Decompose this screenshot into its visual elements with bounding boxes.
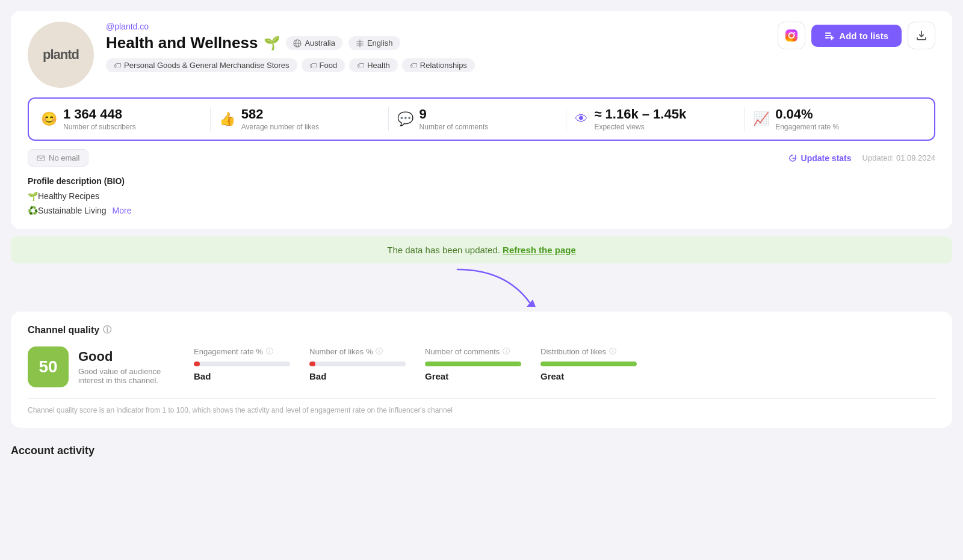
- refresh-message: The data has been updated.: [387, 245, 500, 255]
- score-block: 50 Good Good value of audience interest …: [28, 346, 175, 387]
- comments-label: Number of comments: [420, 123, 489, 131]
- likes-icon: 👍: [219, 111, 235, 127]
- updated-label: Updated: 01.09.2024: [862, 153, 935, 162]
- metric-bar-fill: [194, 362, 200, 366]
- quality-card: Channel quality ⓘ 50 Good Good value of …: [11, 312, 952, 428]
- instagram-button[interactable]: [778, 22, 805, 49]
- metric-value-comments: Great: [425, 371, 521, 381]
- tag-label: Health: [367, 61, 390, 70]
- avatar: plantd: [28, 22, 94, 88]
- profile-card: Add to lists plantd @plantd.co Health an…: [11, 11, 952, 229]
- page-wrapper: Add to lists plantd @plantd.co Health an…: [0, 11, 963, 457]
- metric-distribution: Distribution of likes ⓘ Great: [540, 346, 637, 381]
- tag-food: 🏷 Food: [302, 58, 345, 72]
- add-to-lists-button[interactable]: Add to lists: [811, 25, 902, 47]
- metric-likes-pct: Number of likes % ⓘ Bad: [309, 346, 406, 381]
- metric-bar-fill: [425, 362, 521, 366]
- metric-bar-distribution: [540, 362, 637, 366]
- subscribers-icon: 😊: [41, 111, 57, 127]
- metric-label-likes: Number of likes % ⓘ: [309, 346, 406, 357]
- arrow-svg: [433, 263, 554, 312]
- account-activity-section: Account activity: [11, 438, 952, 457]
- language-badge: English: [348, 36, 400, 50]
- likes-value: 582: [241, 107, 319, 122]
- metric-bar-engagement: [194, 362, 290, 366]
- quality-body: 50 Good Good value of audience interest …: [28, 346, 935, 387]
- svg-rect-5: [825, 37, 829, 38]
- metric-label-engagement: Engagement rate % ⓘ: [194, 346, 290, 357]
- no-email-label: No email: [49, 153, 79, 162]
- stat-subscribers: 😊 1 364 448 Number of subscribers: [41, 107, 211, 131]
- tag-icon: 🏷: [410, 61, 417, 70]
- score-badge: 50: [28, 346, 69, 387]
- language-label: English: [367, 38, 393, 48]
- svg-rect-4: [825, 35, 831, 36]
- metric-label-text: Number of comments: [425, 347, 500, 356]
- views-value: ≈ 1.16k – 1.45k: [594, 107, 686, 122]
- comments-value: 9: [420, 107, 489, 122]
- add-to-lists-label: Add to lists: [839, 31, 888, 41]
- subscribers-value: 1 364 448: [63, 107, 136, 122]
- stat-comments: 💬 9 Number of comments: [389, 107, 567, 131]
- bio-more-link[interactable]: More: [113, 206, 132, 215]
- metric-value-likes: Bad: [309, 371, 406, 381]
- quality-metrics: Engagement rate % ⓘ Bad Number of likes …: [194, 346, 935, 381]
- download-button[interactable]: [908, 22, 935, 49]
- metric-label-text: Engagement rate %: [194, 347, 263, 356]
- top-actions: Add to lists: [778, 22, 935, 49]
- quality-divider: [28, 398, 935, 399]
- comments-icon: 💬: [397, 111, 413, 127]
- stats-box: 😊 1 364 448 Number of subscribers 👍 582 …: [28, 97, 935, 141]
- metric-bar-comments: [425, 362, 521, 366]
- location-label: Australia: [305, 38, 335, 48]
- tags-row: 🏷 Personal Goods & General Merchandise S…: [106, 58, 935, 72]
- metric-value-distribution: Great: [540, 371, 637, 381]
- metric-value-engagement: Bad: [194, 371, 290, 381]
- no-email-badge: No email: [28, 149, 88, 167]
- account-activity-title: Account activity: [11, 438, 952, 457]
- bio-section: Profile description (BIO) 🌱Healthy Recip…: [28, 176, 935, 218]
- avatar-text: plantd: [43, 47, 79, 63]
- refresh-link[interactable]: Refresh the page: [503, 245, 576, 255]
- views-icon: 👁: [575, 111, 588, 127]
- tag-icon: 🏷: [114, 61, 121, 70]
- metric-label-text: Distribution of likes: [540, 347, 606, 356]
- tag-icon: 🏷: [309, 61, 317, 70]
- stat-views: 👁 ≈ 1.16k – 1.45k Expected views: [566, 107, 745, 131]
- metric-bar-likes: [309, 362, 406, 366]
- engagement-icon: 📈: [753, 111, 769, 127]
- update-stats-label: Update stats: [801, 153, 852, 163]
- quality-title: Channel quality: [28, 325, 99, 336]
- metric-help-icon: ⓘ: [266, 346, 273, 357]
- subscribers-label: Number of subscribers: [63, 123, 136, 131]
- tag-label: Personal Goods & General Merchandise Sto…: [124, 61, 290, 70]
- views-label: Expected views: [594, 123, 686, 131]
- update-stats-button[interactable]: Update stats: [788, 153, 852, 163]
- quality-header: Channel quality ⓘ: [28, 325, 935, 336]
- metric-bar-fill: [540, 362, 637, 366]
- metric-comments: Number of comments ⓘ Great: [425, 346, 521, 381]
- bio-line-2: ♻️Sustainable Living More: [28, 204, 935, 218]
- channel-title-icon: 🌱: [264, 35, 280, 51]
- engagement-value: 0.04%: [775, 107, 839, 122]
- tag-health: 🏷 Health: [349, 58, 398, 72]
- metric-engagement-rate: Engagement rate % ⓘ Bad: [194, 346, 290, 381]
- svg-rect-9: [37, 156, 45, 161]
- quality-footnote: Channel quality score is an indicator fr…: [28, 406, 935, 414]
- score-label: Good: [78, 349, 175, 365]
- bio-line-1: 🌱Healthy Recipes: [28, 189, 935, 204]
- arrow-wrap: [11, 263, 952, 312]
- likes-label: Average number of likes: [241, 123, 319, 131]
- tag-personal-goods: 🏷 Personal Goods & General Merchandise S…: [106, 58, 297, 72]
- svg-point-2: [794, 32, 795, 33]
- bio-title: Profile description (BIO): [28, 176, 935, 186]
- channel-title: Health and Wellness: [106, 34, 258, 52]
- metric-label-text: Number of likes %: [309, 347, 373, 356]
- stat-likes: 👍 582 Average number of likes: [211, 107, 389, 131]
- score-desc: Good value of audience interest in this …: [78, 367, 175, 385]
- stat-engagement: 📈 0.04% Engagement rate %: [745, 107, 922, 131]
- tag-relationships: 🏷 Relationships: [402, 58, 475, 72]
- meta-row: No email Update stats Updated: 01.09.202…: [28, 149, 935, 167]
- metric-label-comments: Number of comments ⓘ: [425, 346, 521, 357]
- quality-help-icon: ⓘ: [103, 325, 111, 336]
